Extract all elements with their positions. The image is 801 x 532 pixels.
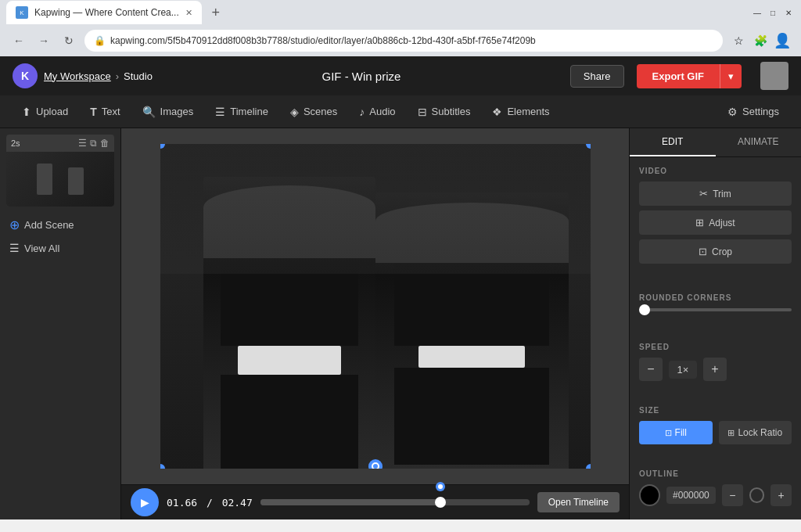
canvas-area: ▶ 01.66 / 02.47 — [121, 128, 629, 519]
window-controls: — □ ✕ — [751, 6, 795, 19]
url-input[interactable]: 🔒 kapwing.com/5f5b470912dd8f008b3b7788/s… — [84, 30, 723, 52]
fill-btn[interactable]: ⊡ Fill — [639, 421, 713, 444]
refresh-btn[interactable]: ↻ — [59, 31, 78, 50]
adjust-btn[interactable]: ⊞ Adjust — [639, 210, 792, 235]
time-separator: / — [207, 497, 213, 509]
play-button[interactable]: ▶ — [131, 488, 159, 516]
profile-icon[interactable]: 👤 — [773, 31, 792, 50]
close-btn[interactable]: ✕ — [782, 6, 795, 19]
view-all-label: View All — [24, 243, 59, 254]
bookmark-icon[interactable]: ☆ — [729, 31, 748, 50]
title-bar: K Kapwing — Where Content Crea... ✕ + — … — [0, 0, 801, 25]
crop-icon: ⊡ — [699, 246, 707, 257]
elements-btn[interactable]: ❖ Elements — [483, 101, 559, 123]
extensions-icon[interactable]: 🧩 — [751, 31, 770, 50]
timeline-track[interactable] — [260, 499, 530, 505]
settings-btn[interactable]: ⚙ Settings — [718, 101, 788, 123]
tab-title: Kapwing — Where Content Crea... — [34, 7, 179, 18]
lock-ratio-btn[interactable]: ⊞ Lock Ratio — [719, 421, 792, 444]
scene-card[interactable]: 2s ☰ ⧉ 🗑 — [6, 135, 114, 207]
trim-icon: ✂ — [699, 188, 708, 200]
address-actions: ☆ 🧩 👤 — [729, 31, 792, 50]
fill-icon: ⊡ — [665, 428, 672, 438]
upload-btn[interactable]: ⬆ Upload — [13, 101, 77, 123]
scene-delete-icon[interactable]: 🗑 — [100, 138, 110, 149]
tab-animate[interactable]: ANIMATE — [716, 128, 802, 156]
video-frame[interactable] — [160, 144, 591, 469]
profile-picture[interactable] — [760, 62, 788, 90]
size-label: SIZE — [639, 406, 792, 415]
video-section-label: VIDEO — [639, 167, 792, 175]
project-title: GIF - Win prize — [165, 70, 558, 83]
scene-list-icon[interactable]: ☰ — [78, 138, 87, 149]
tab-edit[interactable]: EDIT — [630, 128, 716, 156]
speed-plus-btn[interactable]: + — [703, 358, 727, 381]
scene-duration: 2s — [11, 138, 20, 148]
right-panel: EDIT ANIMATE VIDEO ✂ Trim ⊞ Adjust ⊡ Cro… — [629, 128, 801, 519]
outline-plus-btn[interactable]: + — [770, 484, 792, 506]
url-text: kapwing.com/5f5b470912dd8f008b3b7788/stu… — [110, 35, 536, 46]
breadcrumb-sep: › — [116, 70, 119, 82]
settings-icon: ⚙ — [727, 106, 738, 118]
outline-circle-preview — [749, 487, 764, 503]
scene-copy-icon[interactable]: ⧉ — [90, 138, 97, 149]
maximize-btn[interactable]: □ — [767, 6, 779, 19]
browser-tab[interactable]: K Kapwing — Where Content Crea... ✕ — [6, 1, 202, 24]
trim-btn[interactable]: ✂ Trim — [639, 182, 792, 206]
export-dropdown-btn[interactable]: ▾ — [720, 64, 742, 88]
timeline-icon: ☰ — [215, 106, 225, 118]
images-icon: 🔍 — [142, 106, 156, 118]
add-scene-label: Add Scene — [24, 219, 74, 231]
speed-minus-btn[interactable]: − — [639, 358, 663, 381]
rounded-corners-track[interactable] — [639, 308, 792, 311]
new-tab-btn[interactable]: + — [205, 2, 227, 23]
forward-btn[interactable]: → — [34, 31, 53, 50]
app-container: K My Workspace › Studio GIF - Win prize … — [0, 56, 801, 519]
scene-card-top: 2s ☰ ⧉ 🗑 — [6, 135, 114, 152]
play-icon: ▶ — [141, 496, 149, 509]
outline-color-hex[interactable]: #000000 — [666, 487, 716, 504]
open-timeline-btn[interactable]: Open Timeline — [537, 492, 620, 512]
left-sidebar: 2s ☰ ⧉ 🗑 ⊕ — [0, 128, 121, 519]
upload-icon: ⬆ — [22, 106, 31, 118]
tab-close-btn[interactable]: ✕ — [185, 8, 192, 18]
outline-minus-btn[interactable]: − — [722, 484, 743, 506]
scenes-btn[interactable]: ◈ Scenes — [281, 101, 347, 123]
timeline-progress — [260, 499, 440, 505]
brand-area: K My Workspace › Studio — [13, 63, 153, 88]
rounded-corners-thumb[interactable] — [639, 304, 650, 315]
timeline-bar: ▶ 01.66 / 02.47 — [121, 484, 629, 519]
lock-ratio-icon: ⊞ — [727, 428, 735, 438]
share-button[interactable]: Share — [570, 65, 624, 88]
outline-section: OUTLINE #000000 − + — [630, 460, 801, 516]
elements-icon: ❖ — [492, 106, 502, 118]
current-time: 01.66 — [167, 497, 197, 509]
main-area: 2s ☰ ⧉ 🗑 ⊕ — [0, 128, 801, 519]
canvas-wrapper[interactable] — [121, 128, 629, 484]
audio-btn[interactable]: ♪ Audio — [350, 101, 404, 123]
top-nav: K My Workspace › Studio GIF - Win prize … — [0, 56, 801, 95]
breadcrumb: My Workspace › Studio — [44, 70, 153, 82]
time-display: 01.66 / 02.47 — [167, 497, 253, 509]
export-button[interactable]: Export GIF — [637, 64, 720, 88]
timeline-btn[interactable]: ☰ Timeline — [206, 101, 278, 123]
outline-label: OUTLINE — [639, 469, 792, 478]
subtitles-btn[interactable]: ⊟ Subtitles — [408, 101, 480, 123]
speed-label: SPEED — [639, 343, 792, 351]
outline-row: #000000 − + — [639, 484, 792, 506]
workspace-link[interactable]: My Workspace — [44, 70, 111, 82]
back-btn[interactable]: ← — [9, 31, 28, 50]
view-all-btn[interactable]: ☰ View All — [6, 237, 114, 259]
minimize-btn[interactable]: — — [751, 6, 763, 19]
timeline-track-container[interactable] — [260, 499, 530, 505]
rounded-corners-section: ROUNDED CORNERS — [630, 284, 801, 327]
crop-btn[interactable]: ⊡ Crop — [639, 239, 792, 264]
add-scene-btn[interactable]: ⊕ Add Scene — [6, 213, 114, 237]
size-row: ⊡ Fill ⊞ Lock Ratio — [639, 421, 792, 444]
timeline-thumb[interactable] — [435, 497, 446, 508]
handle-bottom-mid[interactable] — [368, 459, 383, 469]
text-btn[interactable]: T Text — [81, 101, 129, 123]
images-btn[interactable]: 🔍 Images — [133, 101, 203, 123]
scene-thumbnail — [6, 152, 114, 207]
outline-color-swatch[interactable] — [639, 484, 660, 506]
